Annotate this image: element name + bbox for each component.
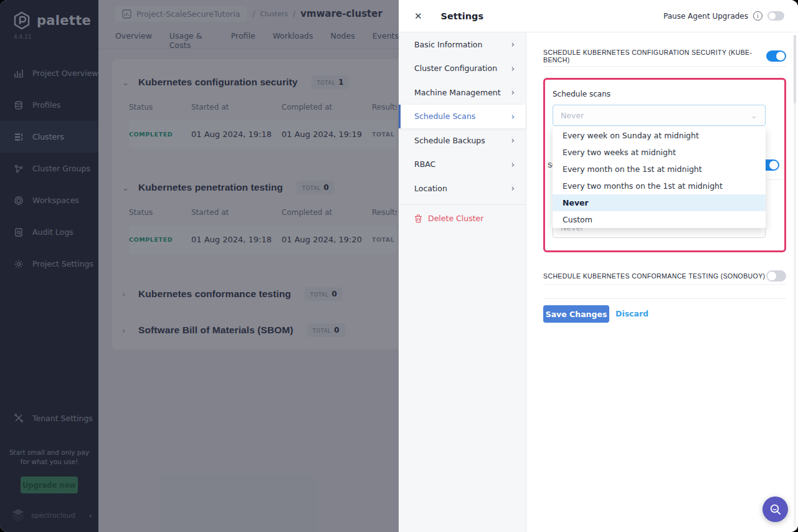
dropdown-option[interactable]: Every two weeks at midnight [553, 144, 766, 161]
menu-divider [399, 204, 526, 205]
schedule-scans-select[interactable]: Never ⌄ [553, 105, 766, 126]
kube-bench-row: SCHEDULE KUBERNETES CONFIGURATION SECURI… [543, 47, 786, 65]
menu-item-schedule-backups[interactable]: Schedule Backups › [399, 128, 526, 153]
delete-cluster-label: Delete Cluster [428, 214, 483, 223]
modal-dim-overlay [0, 0, 399, 532]
app-window: palette 4.4.11 Project Overview Profiles… [0, 0, 798, 532]
magnifier-icon [769, 503, 782, 516]
chevron-right-icon: › [511, 135, 515, 145]
dropdown-option[interactable]: Every week on Sunday at midnight [553, 127, 766, 144]
settings-title: Settings [441, 11, 483, 21]
sonobuoy-row: SCHEDULE KUBERNETES CONFORMANCE TESTING … [543, 267, 786, 285]
save-changes-button[interactable]: Save Changes [543, 305, 609, 323]
dropdown-option[interactable]: Every month on the 1st at midnight [553, 161, 766, 178]
settings-header: ✕ Settings Pause Agent Upgrades i [399, 0, 798, 32]
menu-item-rbac[interactable]: RBAC › [399, 153, 526, 177]
kube-bench-label: SCHEDULE KUBERNETES CONFIGURATION SECURI… [543, 49, 766, 64]
select-value: Never [561, 111, 751, 120]
chevron-right-icon: › [511, 39, 515, 49]
search-fab-button[interactable] [762, 496, 788, 522]
menu-item-schedule-scans[interactable]: Schedule Scans › [399, 105, 526, 129]
menu-item-location[interactable]: Location › [399, 176, 526, 201]
pause-agent-label: Pause Agent Upgrades [663, 12, 748, 21]
close-icon[interactable]: ✕ [414, 11, 422, 22]
divider [543, 284, 786, 285]
chevron-down-icon: ⌄ [751, 111, 758, 120]
scrollbar-track[interactable] [794, 35, 796, 527]
chevron-right-icon: › [511, 64, 515, 74]
settings-menu: Basic Information › Cluster Configuratio… [399, 32, 526, 532]
sonobuoy-toggle[interactable] [766, 270, 786, 282]
settings-panel: ✕ Settings Pause Agent Upgrades i Basic … [399, 0, 798, 532]
delete-cluster-button[interactable]: Delete Cluster [399, 206, 526, 231]
chevron-right-icon: › [511, 183, 515, 193]
divider [543, 298, 786, 299]
chevron-right-icon: › [511, 112, 515, 121]
schedule-scans-highlight-box: Schedule scans Never ⌄ SCHEDULE KUBERNET… [543, 78, 786, 252]
pause-agent-toggle[interactable] [767, 11, 784, 21]
dropdown-option-selected[interactable]: Never [553, 194, 766, 211]
chevron-right-icon: › [511, 87, 515, 97]
menu-item-basic-information[interactable]: Basic Information › [399, 32, 526, 57]
pause-agent-upgrades: Pause Agent Upgrades i [663, 11, 798, 21]
schedule-scans-label: Schedule scans [553, 90, 610, 98]
info-icon[interactable]: i [753, 11, 762, 21]
chevron-right-icon: › [511, 159, 515, 169]
trash-icon [414, 214, 422, 223]
kube-bench-toggle[interactable] [766, 50, 786, 62]
divider [767, 179, 783, 180]
sonobuoy-label: SCHEDULE KUBERNETES CONFORMANCE TESTING … [543, 272, 765, 280]
scrollbar-thumb[interactable] [794, 35, 796, 103]
menu-item-machine-management[interactable]: Machine Management › [399, 80, 526, 105]
divider [543, 66, 786, 67]
discard-link[interactable]: Discard [615, 309, 648, 318]
schedule-scans-form: SCHEDULE KUBERNETES CONFIGURATION SECURI… [526, 32, 798, 532]
dropdown-option[interactable]: Every two months on the 1st at midnight [553, 178, 766, 194]
schedule-scans-dropdown: Every week on Sunday at midnight Every t… [553, 127, 766, 228]
menu-item-cluster-configuration[interactable]: Cluster Configuration › [399, 57, 526, 81]
dropdown-option[interactable]: Custom [553, 211, 766, 228]
